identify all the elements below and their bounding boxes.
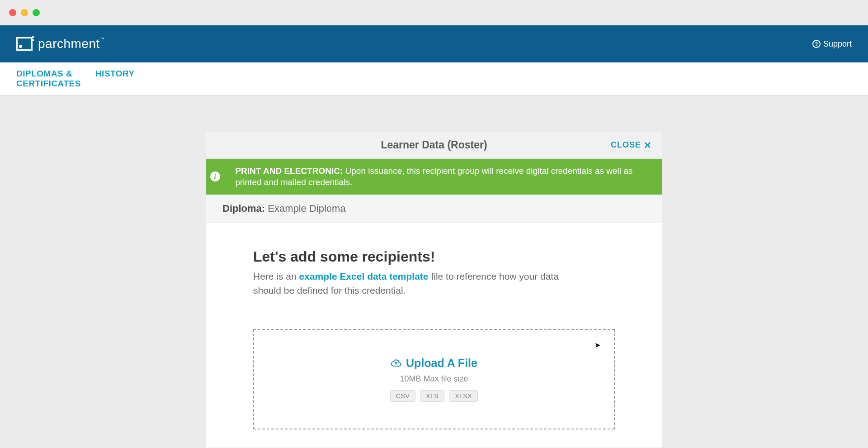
cursor-icon: ➤ <box>594 341 600 349</box>
window-titlebar <box>0 0 868 25</box>
banner-strong: PRINT AND ELECTRONIC: <box>235 166 343 176</box>
tab-label-line2: CERTIFICATES <box>16 79 81 89</box>
diploma-value: Example Diploma <box>268 203 345 214</box>
modal-body: Let's add some recipients! Here is an ex… <box>206 223 662 448</box>
window-zoom-button[interactable] <box>33 9 40 16</box>
primary-tabs: DIPLOMAS & CERTIFICATES HISTORY <box>0 62 868 95</box>
recipients-subtext: Here is an example Excel data template f… <box>253 270 588 297</box>
close-icon: ✕ <box>644 140 652 151</box>
chip-csv: CSV <box>390 390 415 402</box>
window-minimize-button[interactable] <box>21 9 28 16</box>
support-link[interactable]: ? Support <box>812 39 852 49</box>
app-window: parchment™ ? Support DIPLOMAS & CERTIFIC… <box>0 0 868 448</box>
diploma-row: Diploma: Example Diploma <box>206 195 662 223</box>
tab-history[interactable]: HISTORY <box>95 69 135 89</box>
modal-title: Learner Data (Roster) <box>381 139 487 151</box>
banner-text: PRINT AND ELECTRONIC: Upon issuance, thi… <box>224 159 662 195</box>
diploma-label: Diploma: <box>222 203 265 214</box>
info-icon: i <box>210 172 220 181</box>
banner-icon-column: i <box>206 159 224 195</box>
upload-line: Upload A File <box>391 357 477 370</box>
content-area: Learner Data (Roster) CLOSE ✕ i PRINT AN… <box>0 95 868 448</box>
help-icon: ? <box>812 40 821 48</box>
window-close-button[interactable] <box>9 9 16 16</box>
brand-logo[interactable]: parchment™ <box>16 37 104 51</box>
example-template-link[interactable]: example Excel data template <box>299 271 429 281</box>
file-dropzone[interactable]: Upload A File 10MB Max file size CSV XLS… <box>253 329 615 429</box>
chip-xlsx: XLSX <box>449 390 478 402</box>
info-banner: i PRINT AND ELECTRONIC: Upon issuance, t… <box>206 159 662 195</box>
upload-maxsize: 10MB Max file size <box>400 374 468 384</box>
modal-header: Learner Data (Roster) CLOSE ✕ <box>206 132 662 159</box>
support-label: Support <box>823 39 852 49</box>
cloud-upload-icon <box>391 358 401 369</box>
subtext-pre: Here is an <box>253 271 299 281</box>
close-button[interactable]: CLOSE ✕ <box>611 140 652 151</box>
brand-name: parchment™ <box>38 37 104 51</box>
tab-diplomas-certificates[interactable]: DIPLOMAS & CERTIFICATES <box>16 69 81 89</box>
app-header: parchment™ ? Support <box>0 25 868 62</box>
parchment-logo-icon <box>16 37 33 51</box>
close-label: CLOSE <box>611 140 641 150</box>
chip-xls: XLS <box>420 390 444 402</box>
tab-label-line1: DIPLOMAS & <box>16 69 81 79</box>
format-chips: CSV XLS XLSX <box>390 390 478 402</box>
upload-label: Upload A File <box>406 357 477 370</box>
recipients-heading: Let's add some recipients! <box>253 248 615 265</box>
learner-data-modal: Learner Data (Roster) CLOSE ✕ i PRINT AN… <box>206 132 662 448</box>
